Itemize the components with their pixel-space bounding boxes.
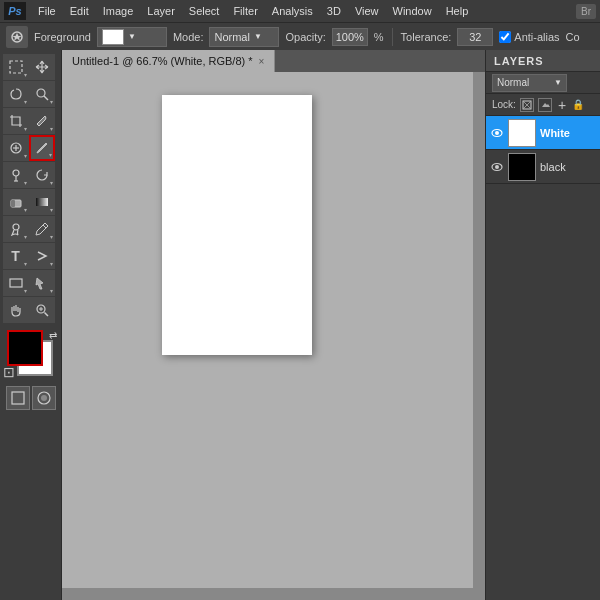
tool-corner-icon: ▾ xyxy=(50,287,53,294)
quick-select-tool[interactable]: ▾ xyxy=(29,81,55,107)
tool-corner-icon: ▾ xyxy=(50,179,53,186)
move-tool[interactable] xyxy=(29,54,55,80)
menu-help[interactable]: Help xyxy=(440,3,475,19)
vertical-scrollbar[interactable] xyxy=(473,72,485,600)
document-canvas[interactable] xyxy=(162,95,312,355)
menu-analysis[interactable]: Analysis xyxy=(266,3,319,19)
toolbar: ▾ ▾ ▾ ▾ ▾ xyxy=(0,50,62,600)
svg-line-3 xyxy=(44,96,48,100)
color-swatches-area: ⊡ ⇄ xyxy=(3,330,59,382)
layer-item-black[interactable]: black xyxy=(486,150,600,184)
foreground-color-swatch[interactable] xyxy=(7,330,43,366)
percent-icon: % xyxy=(374,31,384,43)
dodge-tool[interactable]: ▾ xyxy=(3,216,29,242)
lock-label: Lock: xyxy=(492,99,516,110)
tolerance-input[interactable] xyxy=(457,28,493,46)
svg-point-23 xyxy=(495,131,499,135)
svg-point-12 xyxy=(13,224,19,230)
layer-visibility-icon[interactable] xyxy=(490,126,504,140)
type-icon: T xyxy=(11,248,20,264)
tool-corner-icon: ▾ xyxy=(50,125,53,132)
tool-row-2: ▾ ▾ xyxy=(3,81,59,107)
horizontal-scrollbar[interactable] xyxy=(62,588,485,600)
menu-layer[interactable]: Layer xyxy=(141,3,181,19)
photoshop-logo: Ps xyxy=(4,2,26,20)
menu-3d[interactable]: 3D xyxy=(321,3,347,19)
svg-point-8 xyxy=(13,170,19,176)
tool-corner-icon: ▾ xyxy=(24,71,27,78)
layers-lock-bar: Lock: + 🔒 xyxy=(486,94,600,116)
spot-heal-tool[interactable]: ▾ xyxy=(3,135,29,161)
layers-mode-bar: Normal ▼ xyxy=(486,72,600,94)
svg-rect-13 xyxy=(10,279,22,287)
reset-colors-icon[interactable]: ⊡ xyxy=(3,364,15,380)
zoom-tool[interactable] xyxy=(29,297,55,323)
tool-label: Foreground xyxy=(34,31,91,43)
quick-mask-button[interactable] xyxy=(32,386,56,410)
opacity-label: Opacity: xyxy=(285,31,325,43)
document-tab[interactable]: Untitled-1 @ 66.7% (White, RGB/8) * × xyxy=(62,50,275,72)
path-select-tool[interactable]: ▾ xyxy=(29,243,55,269)
brush-tool[interactable]: ▾ xyxy=(29,135,55,161)
tool-row-1: ▾ xyxy=(3,54,59,80)
menu-file[interactable]: File xyxy=(32,3,62,19)
menu-filter[interactable]: Filter xyxy=(227,3,263,19)
anti-alias-checkbox[interactable] xyxy=(499,31,511,43)
tool-row-8: T ▾ ▾ xyxy=(3,243,59,269)
lock-image-icon[interactable] xyxy=(538,98,552,112)
tool-corner-icon: ▾ xyxy=(50,98,53,105)
pen-tool[interactable]: ▾ xyxy=(29,216,55,242)
rectangle-tool[interactable]: ▾ xyxy=(3,270,29,296)
eyedropper-tool[interactable]: ▾ xyxy=(29,108,55,134)
history-brush-tool[interactable]: ▾ xyxy=(29,162,55,188)
tool-corner-icon: ▾ xyxy=(49,151,52,158)
tool-row-4: ▾ ▾ xyxy=(3,135,59,161)
menu-view[interactable]: View xyxy=(349,3,385,19)
layer-thumbnail-white xyxy=(508,119,536,147)
blend-mode-dropdown[interactable]: Normal ▼ xyxy=(492,74,567,92)
layers-panel-title: LAYERS xyxy=(494,55,544,67)
mode-label: Mode: xyxy=(173,31,204,43)
tool-corner-icon: ▾ xyxy=(24,233,27,240)
tool-corner-icon: ▾ xyxy=(50,260,53,267)
layer-item-white[interactable]: White xyxy=(486,116,600,150)
direct-select-tool[interactable]: ▾ xyxy=(29,270,55,296)
tool-preset-picker[interactable] xyxy=(6,26,28,48)
bridge-button[interactable]: Br xyxy=(576,4,596,19)
mode-dropdown[interactable]: Normal ▼ xyxy=(209,27,279,47)
crop-tool[interactable]: ▾ xyxy=(3,108,29,134)
tab-close-button[interactable]: × xyxy=(259,56,265,67)
eraser-tool[interactable]: ▾ xyxy=(3,189,29,215)
hand-tool[interactable] xyxy=(3,297,29,323)
opacity-input[interactable] xyxy=(332,28,368,46)
tool-corner-icon: ▾ xyxy=(24,179,27,186)
lasso-tool[interactable]: ▾ xyxy=(3,81,29,107)
lock-transparent-icon[interactable] xyxy=(520,98,534,112)
svg-rect-1 xyxy=(10,61,22,73)
layer-name-black: black xyxy=(540,161,566,173)
type-tool[interactable]: T ▾ xyxy=(3,243,29,269)
mode-arrow-icon: ▼ xyxy=(254,32,262,41)
menu-image[interactable]: Image xyxy=(97,3,140,19)
standard-mode-button[interactable] xyxy=(6,386,30,410)
layer-visibility-icon[interactable] xyxy=(490,160,504,174)
tool-row-3: ▾ ▾ xyxy=(3,108,59,134)
svg-line-15 xyxy=(44,313,48,317)
layer-thumbnail-black xyxy=(508,153,536,181)
tab-title: Untitled-1 @ 66.7% (White, RGB/8) * xyxy=(72,55,253,67)
tool-corner-icon: ▾ xyxy=(24,125,27,132)
separator xyxy=(392,28,393,46)
menu-edit[interactable]: Edit xyxy=(64,3,95,19)
lock-all-icon[interactable]: 🔒 xyxy=(572,99,584,110)
add-layer-icon[interactable]: + xyxy=(558,97,566,113)
menu-select[interactable]: Select xyxy=(183,3,226,19)
tool-row-7: ▾ ▾ xyxy=(3,216,59,242)
canvas-area: Untitled-1 @ 66.7% (White, RGB/8) * × xyxy=(62,50,485,600)
swap-colors-icon[interactable]: ⇄ xyxy=(49,330,57,341)
dropdown-arrow-icon: ▼ xyxy=(554,78,562,87)
foreground-dropdown[interactable]: ▼ xyxy=(97,27,167,47)
clone-stamp-tool[interactable]: ▾ xyxy=(3,162,29,188)
marquee-tool[interactable]: ▾ xyxy=(3,54,29,80)
menu-window[interactable]: Window xyxy=(387,3,438,19)
gradient-tool[interactable]: ▾ xyxy=(29,189,55,215)
